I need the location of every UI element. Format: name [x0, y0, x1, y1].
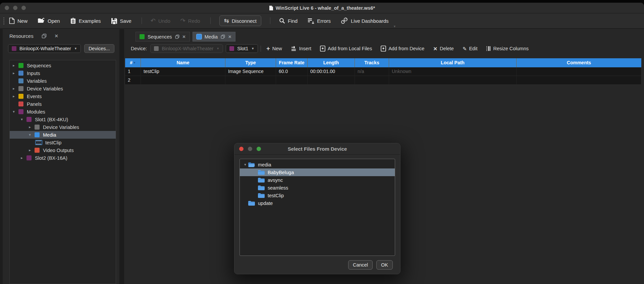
device-combo[interactable]: BinloopX-WhaleTheater ▼: [150, 44, 223, 53]
panel-splitter[interactable]: [119, 29, 124, 284]
insert-lines-icon: [291, 46, 297, 51]
column-header-number[interactable]: #▼: [125, 58, 141, 67]
sort-descending-icon: ▼: [133, 61, 136, 64]
folder-item-seamless[interactable]: seamless: [240, 184, 395, 192]
tree-item-media[interactable]: ▾ Media: [10, 131, 116, 139]
table-row[interactable]: 2: [125, 76, 641, 85]
disconnect-button[interactable]: ⇆ Disconnect: [219, 15, 261, 26]
tab-media[interactable]: Media ✕: [193, 32, 236, 42]
folder-item-babybeluga[interactable]: BabyBeluga: [240, 168, 395, 176]
column-header-local-path[interactable]: Local Path: [389, 58, 517, 67]
cell-name: [141, 76, 225, 85]
ok-button[interactable]: OK: [376, 260, 393, 270]
cell-type: Image Sequence: [225, 67, 276, 76]
expand-collapsed-icon[interactable]: ▸: [27, 148, 33, 152]
tree-item-events[interactable]: ▸ Events: [10, 92, 116, 100]
window-title: WinScript Live 6 - whale_of_a_theater.ws…: [269, 5, 375, 11]
minimize-window-icon[interactable]: [13, 6, 17, 10]
column-header-type[interactable]: Type: [225, 58, 276, 67]
folder-item-testclip[interactable]: testClip: [240, 192, 395, 199]
insert-button[interactable]: Insert: [291, 46, 311, 51]
save-button[interactable]: Save: [111, 18, 131, 24]
tree-item-slot2[interactable]: ▸ Slot2 (BX-16A): [10, 154, 116, 162]
cell-frame-rate: [276, 76, 308, 85]
cell-type: [225, 76, 276, 85]
devices-button[interactable]: Devices...: [84, 44, 114, 53]
redo-arrow-icon: ↷: [180, 18, 185, 24]
tree-item-modules[interactable]: ▾ Modules: [10, 108, 116, 116]
examples-clipboard-icon: [70, 17, 76, 24]
errors-button[interactable]: Errors: [308, 18, 331, 24]
zoom-dialog-icon[interactable]: [257, 147, 261, 151]
expand-collapsed-icon[interactable]: ▸: [11, 71, 16, 75]
examples-button[interactable]: Examples: [70, 17, 101, 24]
expand-collapsed-icon[interactable]: ▸: [19, 156, 24, 160]
close-tab-icon[interactable]: ✕: [182, 34, 186, 39]
cell-length: [308, 76, 355, 85]
slot-combo[interactable]: Slot1 ▼: [226, 44, 258, 53]
tree-item-testclip[interactable]: testClip: [10, 139, 116, 146]
purple-swatch-icon: [26, 117, 32, 122]
dialog-titlebar: Select Files From Device: [234, 143, 400, 155]
column-header-frame-rate[interactable]: Frame Rate: [276, 58, 308, 67]
new-button[interactable]: New: [9, 17, 28, 24]
tree-item-device-variables[interactable]: ▸ Device Variables: [10, 85, 116, 92]
folder-item-update[interactable]: update: [240, 199, 395, 207]
toolbar-overflow-icon[interactable]: ▼: [393, 25, 396, 28]
tab-sequences[interactable]: Sequences ✕: [136, 32, 190, 42]
tree-item-panels[interactable]: Panels: [10, 100, 116, 108]
redo-button[interactable]: ↷ Redo: [180, 18, 200, 24]
undo-button[interactable]: ↶ Undo: [151, 18, 170, 24]
column-header-tracks[interactable]: Tracks: [355, 58, 389, 67]
tree-item-slot1-device-variables[interactable]: ▸ Device Variables: [10, 123, 116, 131]
new-media-button[interactable]: + New: [266, 46, 282, 52]
live-dashboards-button[interactable]: Live Dashboards: [341, 17, 389, 24]
table-row[interactable]: 1 testClip Image Sequence 60.0 00:00:01.…: [125, 67, 641, 76]
undock-tab-icon[interactable]: [175, 34, 179, 39]
resize-columns-button[interactable]: Resize Columns: [486, 46, 529, 51]
add-from-device-button[interactable]: Add from Device: [381, 46, 424, 52]
tree-item-video-outputs[interactable]: ▸ Video Outputs: [10, 146, 116, 154]
undock-panel-icon[interactable]: [42, 33, 47, 39]
column-header-name[interactable]: Name: [141, 58, 225, 67]
cancel-button[interactable]: Cancel: [348, 260, 373, 270]
close-tab-icon[interactable]: ✕: [228, 34, 231, 39]
expand-expanded-icon[interactable]: ▾: [11, 110, 16, 114]
resources-panel: Resources ✕ BinloopX-WhaleTheater ▼ Devi…: [3, 29, 119, 284]
edit-button[interactable]: ✎ Edit: [463, 46, 478, 51]
expand-collapsed-icon[interactable]: ▸: [11, 94, 16, 98]
open-button[interactable]: Open: [38, 18, 60, 24]
folder-item-media[interactable]: ▾ media: [240, 161, 395, 168]
column-header-length[interactable]: Length: [308, 58, 355, 67]
column-header-comments[interactable]: Comments: [517, 58, 641, 67]
add-from-local-files-button[interactable]: Add from Local Files: [320, 46, 372, 52]
cell-number: 2: [125, 76, 141, 85]
zoom-window-icon[interactable]: [21, 6, 26, 10]
close-panel-icon[interactable]: ✕: [55, 33, 58, 39]
expand-collapsed-icon[interactable]: ▸: [11, 86, 16, 91]
undo-arrow-icon: ↶: [151, 18, 156, 24]
tree-item-slot1[interactable]: ▾ Slot1 (BX-4KU): [10, 116, 116, 123]
delete-button[interactable]: ✕ Delete: [433, 46, 454, 51]
tree-item-variables[interactable]: Variables: [10, 77, 116, 85]
expand-expanded-icon[interactable]: ▾: [27, 133, 33, 137]
media-table-header: #▼ Name Type Frame Rate Length Tracks Lo…: [125, 58, 641, 67]
find-button[interactable]: Find: [279, 18, 298, 24]
expand-collapsed-icon[interactable]: ▸: [11, 63, 16, 68]
save-floppy-icon: [111, 18, 117, 24]
undock-tab-icon[interactable]: [221, 34, 225, 39]
cell-local-path: Unknown: [389, 67, 517, 76]
expand-expanded-icon[interactable]: ▾: [243, 162, 248, 167]
folder-item-avsync[interactable]: avsync: [240, 176, 395, 184]
close-window-icon[interactable]: [5, 6, 9, 10]
expand-expanded-icon[interactable]: ▾: [19, 117, 24, 122]
toolbar-drag-handle[interactable]: [3, 17, 4, 24]
gray-swatch-icon: [18, 86, 23, 91]
close-dialog-icon[interactable]: [239, 147, 244, 151]
tree-item-sequences[interactable]: ▸ Sequences: [10, 62, 116, 69]
resources-device-selector[interactable]: BinloopX-WhaleTheater ▼: [8, 44, 81, 53]
expand-collapsed-icon[interactable]: ▸: [27, 125, 33, 129]
minimize-dialog-icon[interactable]: [248, 147, 252, 151]
tree-item-inputs[interactable]: ▸ Inputs: [10, 69, 116, 77]
device-label: Device:: [131, 46, 147, 51]
